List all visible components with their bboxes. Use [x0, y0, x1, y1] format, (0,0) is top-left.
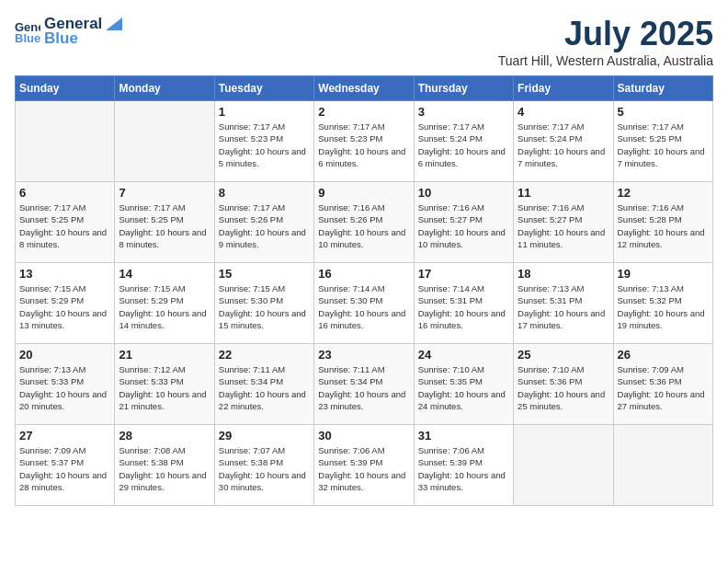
day-number: 7: [119, 186, 210, 200]
logo-triangle-icon: [104, 16, 124, 32]
calendar-cell: 22Sunrise: 7:11 AMSunset: 5:34 PMDayligh…: [214, 344, 313, 425]
calendar-cell: 11Sunrise: 7:16 AMSunset: 5:27 PMDayligh…: [514, 182, 613, 263]
day-number: 17: [418, 267, 509, 281]
day-number: 29: [219, 429, 310, 442]
day-info: Sunrise: 7:15 AMSunset: 5:29 PMDaylight:…: [19, 282, 110, 331]
day-number: 8: [219, 186, 310, 200]
day-info: Sunrise: 7:12 AMSunset: 5:33 PMDaylight:…: [119, 363, 210, 412]
day-info: Sunrise: 7:14 AMSunset: 5:31 PMDaylight:…: [418, 282, 509, 331]
day-number: 25: [518, 348, 609, 362]
day-number: 23: [318, 348, 409, 362]
day-number: 21: [119, 348, 210, 362]
calendar-cell: 27Sunrise: 7:09 AMSunset: 5:37 PMDayligh…: [16, 425, 115, 506]
day-info: Sunrise: 7:07 AMSunset: 5:38 PMDaylight:…: [219, 444, 310, 493]
day-number: 27: [19, 429, 110, 442]
day-number: 28: [119, 429, 210, 442]
calendar-cell: 25Sunrise: 7:10 AMSunset: 5:36 PMDayligh…: [514, 344, 613, 425]
calendar-cell: [514, 425, 613, 506]
day-info: Sunrise: 7:13 AMSunset: 5:31 PMDaylight:…: [518, 282, 609, 331]
day-number: 20: [19, 348, 110, 362]
month-title: July 2025: [498, 15, 713, 53]
calendar-week-row: 27Sunrise: 7:09 AMSunset: 5:37 PMDayligh…: [16, 425, 713, 506]
calendar-cell: 18Sunrise: 7:13 AMSunset: 5:31 PMDayligh…: [514, 263, 613, 344]
day-info: Sunrise: 7:17 AMSunset: 5:23 PMDaylight:…: [219, 121, 310, 169]
day-number: 15: [219, 267, 310, 281]
day-number: 19: [618, 267, 709, 281]
day-number: 9: [318, 186, 409, 200]
svg-marker-2: [106, 17, 122, 30]
logo-blue: Blue: [44, 29, 78, 48]
day-info: Sunrise: 7:17 AMSunset: 5:24 PMDaylight:…: [518, 121, 609, 169]
calendar-cell: 17Sunrise: 7:14 AMSunset: 5:31 PMDayligh…: [414, 263, 513, 344]
calendar-cell: 23Sunrise: 7:11 AMSunset: 5:34 PMDayligh…: [314, 344, 414, 425]
calendar-cell: 24Sunrise: 7:10 AMSunset: 5:35 PMDayligh…: [414, 344, 513, 425]
logo-icon: General Blue: [15, 18, 40, 44]
calendar-cell: 6Sunrise: 7:17 AMSunset: 5:25 PMDaylight…: [16, 182, 115, 263]
day-info: Sunrise: 7:15 AMSunset: 5:29 PMDaylight:…: [119, 282, 210, 331]
day-info: Sunrise: 7:17 AMSunset: 5:25 PMDaylight:…: [19, 201, 110, 250]
day-info: Sunrise: 7:17 AMSunset: 5:25 PMDaylight:…: [119, 201, 210, 250]
svg-text:Blue: Blue: [15, 31, 40, 44]
calendar-table: SundayMondayTuesdayWednesdayThursdayFrid…: [15, 75, 713, 506]
day-number: 22: [219, 348, 310, 362]
day-number: 31: [418, 429, 509, 442]
day-info: Sunrise: 7:17 AMSunset: 5:24 PMDaylight:…: [418, 121, 509, 169]
weekday-header: Saturday: [613, 76, 712, 101]
day-info: Sunrise: 7:08 AMSunset: 5:38 PMDaylight:…: [119, 444, 210, 493]
calendar-cell: [16, 101, 115, 182]
day-info: Sunrise: 7:10 AMSunset: 5:35 PMDaylight:…: [418, 363, 509, 412]
calendar-cell: 26Sunrise: 7:09 AMSunset: 5:36 PMDayligh…: [613, 344, 712, 425]
day-number: 13: [19, 267, 110, 281]
calendar-week-row: 6Sunrise: 7:17 AMSunset: 5:25 PMDaylight…: [16, 182, 713, 263]
calendar-cell: [613, 425, 712, 506]
calendar-cell: 10Sunrise: 7:16 AMSunset: 5:27 PMDayligh…: [414, 182, 513, 263]
day-info: Sunrise: 7:11 AMSunset: 5:34 PMDaylight:…: [318, 363, 409, 412]
calendar-cell: [115, 101, 214, 182]
weekday-header: Wednesday: [314, 76, 414, 101]
calendar-cell: 19Sunrise: 7:13 AMSunset: 5:32 PMDayligh…: [613, 263, 712, 344]
calendar-cell: 28Sunrise: 7:08 AMSunset: 5:38 PMDayligh…: [115, 425, 214, 506]
day-number: 6: [19, 186, 110, 200]
day-number: 24: [418, 348, 509, 362]
day-number: 26: [618, 348, 709, 362]
calendar-cell: 9Sunrise: 7:16 AMSunset: 5:26 PMDaylight…: [314, 182, 414, 263]
day-number: 11: [518, 186, 609, 200]
weekday-header: Friday: [514, 76, 613, 101]
day-info: Sunrise: 7:16 AMSunset: 5:28 PMDaylight:…: [618, 201, 709, 250]
calendar-week-row: 20Sunrise: 7:13 AMSunset: 5:33 PMDayligh…: [16, 344, 713, 425]
calendar-cell: 13Sunrise: 7:15 AMSunset: 5:29 PMDayligh…: [16, 263, 115, 344]
weekday-header: Monday: [115, 76, 214, 101]
calendar-week-row: 1Sunrise: 7:17 AMSunset: 5:23 PMDaylight…: [16, 101, 713, 182]
day-info: Sunrise: 7:16 AMSunset: 5:27 PMDaylight:…: [418, 201, 509, 250]
title-block: July 2025 Tuart Hill, Western Australia,…: [498, 15, 713, 68]
calendar-cell: 1Sunrise: 7:17 AMSunset: 5:23 PMDaylight…: [214, 101, 313, 182]
day-number: 14: [119, 267, 210, 281]
calendar-cell: 20Sunrise: 7:13 AMSunset: 5:33 PMDayligh…: [16, 344, 115, 425]
day-number: 16: [318, 267, 409, 281]
calendar-cell: 5Sunrise: 7:17 AMSunset: 5:25 PMDaylight…: [613, 101, 712, 182]
calendar-cell: 21Sunrise: 7:12 AMSunset: 5:33 PMDayligh…: [115, 344, 214, 425]
day-number: 4: [518, 105, 609, 119]
weekday-header: Tuesday: [214, 76, 313, 101]
weekday-header: Sunday: [16, 76, 115, 101]
day-info: Sunrise: 7:09 AMSunset: 5:37 PMDaylight:…: [19, 444, 110, 493]
calendar-cell: 29Sunrise: 7:07 AMSunset: 5:38 PMDayligh…: [214, 425, 313, 506]
day-info: Sunrise: 7:06 AMSunset: 5:39 PMDaylight:…: [318, 444, 409, 493]
day-info: Sunrise: 7:16 AMSunset: 5:27 PMDaylight:…: [518, 201, 609, 250]
day-number: 10: [418, 186, 509, 200]
day-info: Sunrise: 7:17 AMSunset: 5:26 PMDaylight:…: [219, 201, 310, 250]
day-number: 18: [518, 267, 609, 281]
calendar-header-row: SundayMondayTuesdayWednesdayThursdayFrid…: [16, 76, 713, 101]
day-number: 5: [618, 105, 709, 119]
calendar-cell: 16Sunrise: 7:14 AMSunset: 5:30 PMDayligh…: [314, 263, 414, 344]
calendar-cell: 14Sunrise: 7:15 AMSunset: 5:29 PMDayligh…: [115, 263, 214, 344]
calendar-cell: 30Sunrise: 7:06 AMSunset: 5:39 PMDayligh…: [314, 425, 414, 506]
location-title: Tuart Hill, Western Australia, Australia: [498, 53, 713, 68]
day-number: 12: [618, 186, 709, 200]
day-number: 2: [318, 105, 409, 119]
page-header: General Blue General Blue July 2025 Tuar…: [15, 15, 713, 68]
calendar-week-row: 13Sunrise: 7:15 AMSunset: 5:29 PMDayligh…: [16, 263, 713, 344]
day-info: Sunrise: 7:15 AMSunset: 5:30 PMDaylight:…: [219, 282, 310, 331]
day-info: Sunrise: 7:17 AMSunset: 5:23 PMDaylight:…: [318, 121, 409, 169]
day-number: 30: [318, 429, 409, 442]
